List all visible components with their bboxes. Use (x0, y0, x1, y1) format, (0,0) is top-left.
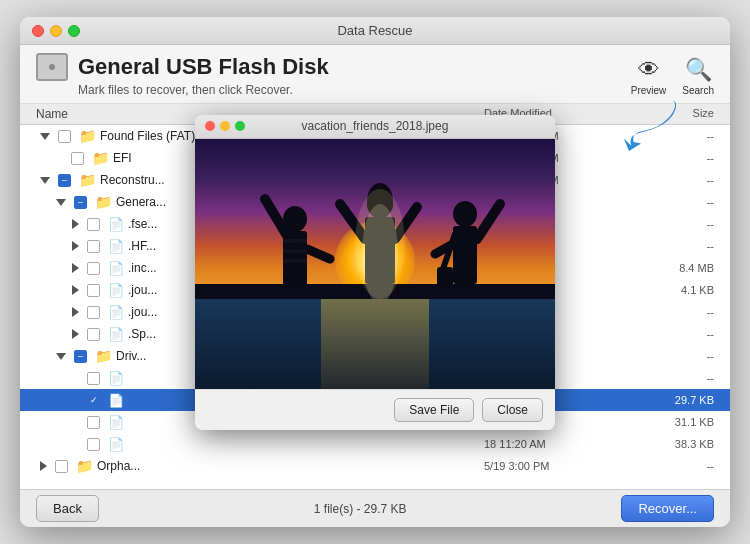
water-reflection (321, 294, 429, 389)
main-window: Data Rescue General USB Flash Disk Mark … (20, 17, 730, 527)
silhouettes (195, 159, 555, 299)
sunset-scene (195, 139, 555, 389)
water (195, 294, 555, 389)
modal-maximize[interactable] (235, 121, 245, 131)
modal-traffic-lights (205, 121, 245, 131)
close-modal-button[interactable]: Close (482, 398, 543, 422)
svg-line-18 (477, 204, 500, 239)
svg-rect-17 (437, 267, 453, 287)
modal-minimize[interactable] (220, 121, 230, 131)
svg-rect-6 (283, 249, 307, 253)
modal-image (195, 139, 555, 389)
modal-title: vacation_friends_2018.jpeg (302, 119, 449, 133)
preview-modal: vacation_friends_2018.jpeg (195, 115, 555, 430)
svg-rect-7 (283, 259, 307, 263)
svg-point-14 (453, 201, 477, 227)
save-file-button[interactable]: Save File (394, 398, 474, 422)
modal-titlebar: vacation_friends_2018.jpeg (195, 115, 555, 139)
svg-rect-5 (283, 239, 307, 243)
modal-close[interactable] (205, 121, 215, 131)
svg-line-4 (307, 249, 330, 259)
modal-overlay: vacation_friends_2018.jpeg (20, 17, 730, 527)
modal-footer: Save File Close (195, 389, 555, 430)
